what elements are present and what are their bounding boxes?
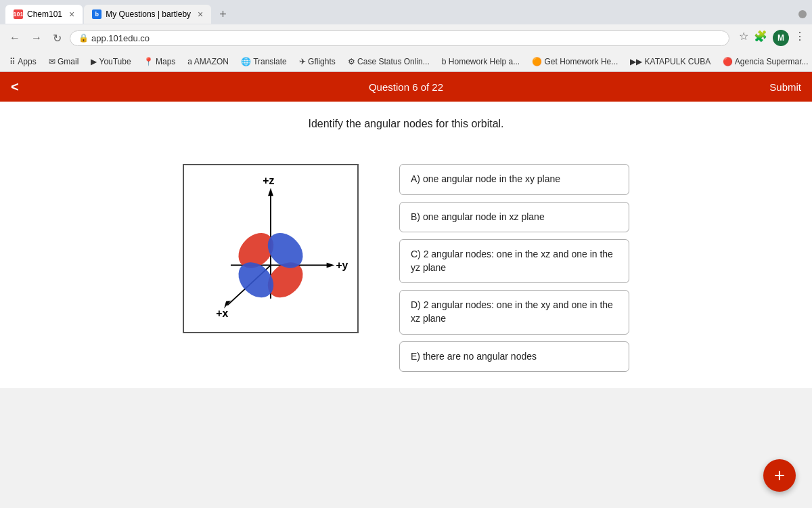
star-icon[interactable]: ☆: [739, 30, 748, 46]
tab-bartleby[interactable]: b My Questions | bartleby ×: [84, 5, 211, 24]
svg-marker-1: [268, 188, 273, 196]
option-A[interactable]: A) one angular node in the xy plane: [399, 164, 629, 195]
options-list: A) one angular node in the xy plane B) o…: [399, 164, 629, 372]
bookmark-gmail[interactable]: ✉ Gmail: [46, 56, 82, 67]
bookmarks-bar: ⠿ Apps ✉ Gmail ▶ YouTube 📍 Maps a AMAZON…: [0, 51, 812, 72]
app: < Question 6 of 22 Submit Identify the a…: [0, 72, 812, 388]
browser-chrome: 101 Chem101 × b My Questions | bartleby …: [0, 0, 812, 72]
tab-bar: 101 Chem101 × b My Questions | bartleby …: [0, 0, 812, 24]
question-text: Identify the angular nodes for this orbi…: [41, 118, 771, 130]
bookmark-amazon[interactable]: a AMAZON: [185, 56, 231, 67]
new-tab-button[interactable]: +: [215, 7, 231, 22]
option-E[interactable]: E) there are no angular nodes: [399, 341, 629, 373]
bookmark-get-homework[interactable]: 🟠 Get Homework He...: [529, 56, 621, 67]
extension-icon[interactable]: 🧩: [754, 30, 767, 46]
menu-icon[interactable]: ⋮: [794, 30, 805, 46]
top-bar: < Question 6 of 22 Submit: [0, 72, 812, 102]
browser-action-icons: ☆ 🧩 M ⋮: [739, 30, 805, 46]
main-layout: +z +y +x A) one angular node in the xy p…: [41, 150, 771, 372]
bookmark-youtube[interactable]: ▶ YouTube: [88, 56, 133, 67]
tab-close-chem101[interactable]: ×: [69, 9, 74, 20]
orbital-diagram: +z +y +x: [183, 164, 359, 333]
url-text: app.101edu.co: [91, 33, 150, 43]
browser-dots: [798, 10, 807, 18]
option-D[interactable]: D) 2 angular nodes: one in the xy and on…: [399, 290, 629, 334]
bookmark-gflights[interactable]: ✈ Gflights: [296, 56, 338, 67]
question-counter: Question 6 of 22: [369, 81, 443, 93]
bookmark-translate[interactable]: 🌐 Translate: [238, 56, 290, 67]
submit-button[interactable]: Submit: [769, 81, 801, 93]
fab-button[interactable]: +: [763, 459, 796, 492]
lock-icon: 🔒: [78, 33, 89, 43]
tab-chem101[interactable]: 101 Chem101 ×: [5, 5, 83, 24]
svg-text:+y: +y: [336, 259, 348, 271]
content-area: Identify the angular nodes for this orbi…: [0, 102, 812, 388]
reload-button[interactable]: ↻: [50, 30, 64, 46]
tab-label-bartleby: My Questions | bartleby: [106, 9, 191, 19]
back-nav-button[interactable]: <: [11, 79, 19, 95]
bookmark-agencia[interactable]: 🔴 Agencia Supermar...: [720, 56, 811, 67]
tab-icon-bartleby: b: [92, 9, 102, 19]
url-box[interactable]: 🔒 app.101edu.co: [70, 30, 729, 46]
tab-label-chem101: Chem101: [27, 9, 62, 19]
bookmark-katapulk[interactable]: ▶▶ KATAPULK CUBA: [627, 56, 713, 67]
bookmark-homework[interactable]: b Homework Help a...: [439, 56, 522, 67]
forward-button[interactable]: →: [28, 30, 45, 45]
browser-minimize: [798, 10, 807, 18]
svg-marker-3: [327, 263, 335, 268]
option-B[interactable]: B) one angular node in xz plane: [399, 202, 629, 233]
orbital-svg: +z +y +x: [184, 165, 357, 332]
avatar[interactable]: M: [773, 30, 789, 46]
bookmark-maps[interactable]: 📍 Maps: [141, 56, 179, 67]
bookmark-apps[interactable]: ⠿ Apps: [7, 56, 39, 67]
bookmark-case-status[interactable]: ⚙ Case Status Onlin...: [345, 56, 432, 67]
tab-icon-chem101: 101: [14, 9, 23, 19]
address-bar: ← → ↻ 🔒 app.101edu.co ☆ 🧩 M ⋮: [0, 24, 812, 51]
svg-text:+x: +x: [216, 308, 228, 319]
back-button[interactable]: ←: [7, 30, 23, 45]
svg-text:+z: +z: [263, 175, 274, 186]
option-C[interactable]: C) 2 angular nodes: one in the xz and on…: [399, 239, 629, 283]
tab-close-bartleby[interactable]: ×: [198, 9, 203, 20]
